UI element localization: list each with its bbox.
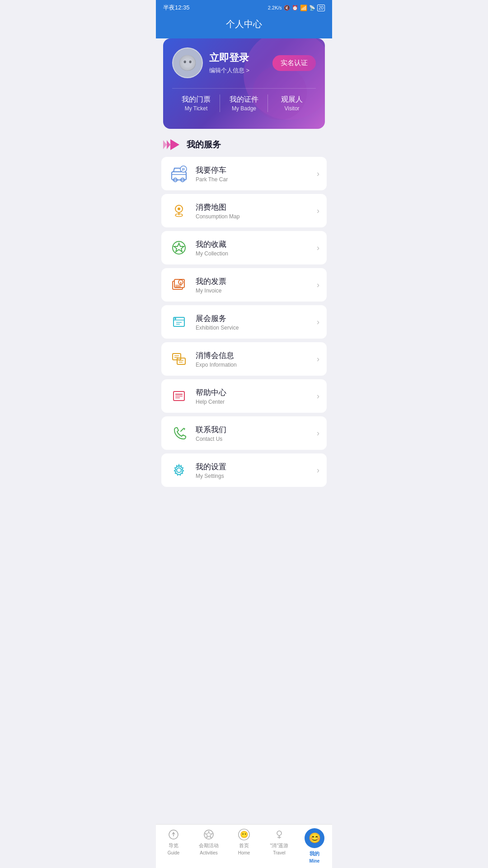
network-speed: 2.2K/s bbox=[268, 5, 282, 10]
collection-text: 我的收藏 My Collection bbox=[196, 239, 317, 257]
svg-marker-33 bbox=[183, 428, 185, 430]
battery-icon: 20 bbox=[317, 5, 325, 11]
profile-left: 😶 立即登录 编辑个人信息 > bbox=[172, 47, 249, 78]
section-icon bbox=[163, 138, 182, 151]
mine-emoji: 😊 bbox=[309, 832, 321, 844]
svg-marker-1 bbox=[167, 140, 170, 149]
nav-activities-cn: 会期活动 bbox=[199, 842, 219, 849]
nav-travel-cn: "消"遥游 bbox=[270, 842, 289, 849]
service-item-collection[interactable]: 我的收藏 My Collection › bbox=[161, 231, 327, 264]
service-item-park[interactable]: P 我要停车 Park The Car › bbox=[161, 157, 327, 190]
service-list: P 我要停车 Park The Car › 消费地图 Consum bbox=[156, 157, 332, 487]
service-item-settings[interactable]: 我的设置 My Settings › bbox=[161, 453, 327, 487]
nav-mine-cn: 我的 bbox=[310, 850, 319, 857]
services-icon bbox=[163, 138, 182, 151]
settings-arrow: › bbox=[317, 466, 319, 475]
tab-my-badge[interactable]: 我的证件 My Badge bbox=[220, 89, 268, 118]
expo-arrow: › bbox=[317, 354, 319, 364]
exhibition-icon bbox=[169, 311, 189, 332]
nav-home-en: Home bbox=[238, 850, 250, 855]
expo-icon bbox=[169, 349, 189, 369]
svg-marker-0 bbox=[163, 140, 167, 149]
service-item-contact[interactable]: 联系我们 Contact Us › bbox=[161, 416, 327, 450]
settings-icon bbox=[169, 460, 189, 481]
nav-activities-en: Activities bbox=[200, 850, 217, 855]
help-arrow: › bbox=[317, 392, 319, 401]
tab-my-badge-cn: 我的证件 bbox=[220, 95, 268, 104]
nav-guide-cn: 导览 bbox=[169, 842, 178, 849]
mute-icon: 🔇 bbox=[284, 5, 290, 11]
help-icon bbox=[169, 386, 189, 406]
nav-travel[interactable]: "消"遥游 Travel bbox=[262, 828, 297, 863]
invoice-icon: ¥ bbox=[169, 274, 189, 295]
exhibition-text: 展会服务 Exhibition Service bbox=[196, 313, 317, 331]
exhibition-arrow: › bbox=[317, 317, 319, 327]
svg-point-22 bbox=[174, 318, 176, 320]
expo-text: 消博会信息 Expo Information bbox=[196, 350, 317, 368]
park-text: 我要停车 Park The Car bbox=[196, 165, 317, 183]
profile-info: 立即登录 编辑个人信息 > bbox=[209, 51, 249, 75]
service-item-map[interactable]: 消费地图 Consumption Map › bbox=[161, 194, 327, 227]
collection-arrow: › bbox=[317, 243, 319, 253]
service-item-help[interactable]: 帮助中心 Help Center › bbox=[161, 379, 327, 413]
guide-icon bbox=[167, 828, 180, 841]
real-name-button[interactable]: 实名认证 bbox=[272, 55, 316, 71]
nav-mine[interactable]: 😊 我的 Mine bbox=[297, 828, 332, 863]
login-label[interactable]: 立即登录 bbox=[209, 51, 249, 65]
page-title: 个人中心 bbox=[226, 19, 262, 29]
svg-text:P: P bbox=[182, 167, 185, 172]
svg-point-34 bbox=[177, 468, 181, 472]
park-arrow: › bbox=[317, 169, 319, 179]
nav-home[interactable]: 😶 首页 Home bbox=[226, 828, 262, 863]
park-icon: P bbox=[169, 163, 189, 184]
section-header: 我的服务 bbox=[156, 138, 332, 157]
service-item-expo[interactable]: 消博会信息 Expo Information › bbox=[161, 342, 327, 376]
tab-visitor-en: Visitor bbox=[268, 105, 316, 112]
nav-activities[interactable]: 会期活动 Activities bbox=[191, 828, 226, 863]
travel-icon bbox=[273, 828, 286, 841]
nav-home-cn: 首页 bbox=[239, 842, 249, 849]
tab-my-badge-en: My Badge bbox=[220, 105, 268, 112]
svg-point-9 bbox=[178, 208, 180, 210]
contact-text: 联系我们 Contact Us bbox=[196, 425, 317, 442]
signal-icon: 📶 bbox=[300, 5, 307, 11]
tab-visitor[interactable]: 观展人 Visitor bbox=[268, 89, 316, 118]
edit-profile-link[interactable]: 编辑个人信息 > bbox=[209, 66, 249, 75]
collection-icon bbox=[169, 237, 189, 258]
profile-tabs: 我的门票 My Ticket 我的证件 My Badge 观展人 Visitor bbox=[172, 88, 316, 118]
avatar: 😶 bbox=[172, 47, 203, 78]
nav-guide[interactable]: 导览 Guide bbox=[156, 828, 191, 863]
status-bar: 半夜12:35 2.2K/s 🔇 ⏰ 📶 📡 20 bbox=[156, 0, 332, 14]
map-text: 消费地图 Consumption Map bbox=[196, 202, 317, 220]
invoice-text: 我的发票 My Invoice bbox=[196, 276, 317, 294]
profile-card: 😶 立即登录 编辑个人信息 > 实名认证 我的门票 My Ticket 我的证件… bbox=[163, 38, 325, 129]
svg-text:¥: ¥ bbox=[180, 281, 182, 284]
svg-text:😶: 😶 bbox=[240, 830, 249, 839]
service-item-exhibition[interactable]: 展会服务 Exhibition Service › bbox=[161, 305, 327, 339]
help-text: 帮助中心 Help Center bbox=[196, 387, 317, 405]
svg-rect-24 bbox=[177, 358, 185, 364]
tab-my-ticket-cn: 我的门票 bbox=[172, 95, 220, 104]
service-item-invoice[interactable]: ¥ 我的发票 My Invoice › bbox=[161, 268, 327, 302]
nav-guide-en: Guide bbox=[168, 850, 180, 855]
wifi-icon: 📡 bbox=[309, 5, 315, 11]
svg-marker-39 bbox=[205, 831, 212, 838]
nav-mine-en: Mine bbox=[310, 859, 320, 863]
svg-rect-23 bbox=[173, 354, 181, 360]
invoice-arrow: › bbox=[317, 280, 319, 290]
map-icon bbox=[169, 200, 189, 221]
tab-my-ticket[interactable]: 我的门票 My Ticket bbox=[172, 89, 220, 118]
contact-icon bbox=[169, 423, 189, 443]
settings-text: 我的设置 My Settings bbox=[196, 462, 317, 479]
services-section: 我的服务 P 我要停车 Park The Car › bbox=[156, 138, 332, 487]
svg-point-42 bbox=[277, 831, 282, 835]
page-header: 个人中心 bbox=[156, 14, 332, 38]
status-icons: 2.2K/s 🔇 ⏰ 📶 📡 20 bbox=[268, 5, 325, 11]
home-icon: 😶 bbox=[238, 828, 250, 841]
contact-arrow: › bbox=[317, 429, 319, 438]
nav-travel-en: Travel bbox=[273, 850, 285, 855]
section-title: 我的服务 bbox=[187, 139, 221, 151]
tab-my-ticket-en: My Ticket bbox=[172, 105, 220, 112]
tab-visitor-cn: 观展人 bbox=[268, 95, 316, 104]
svg-marker-12 bbox=[174, 243, 184, 252]
